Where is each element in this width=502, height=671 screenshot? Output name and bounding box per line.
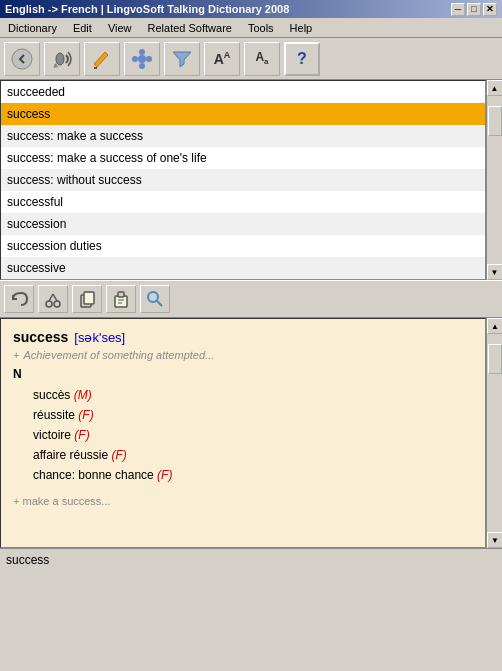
- definition-entry: victoire (F): [33, 425, 473, 445]
- definition-entry: affaire réussie (F): [33, 445, 473, 465]
- maximize-button[interactable]: □: [467, 3, 481, 16]
- definition-entries: succès (M)réussite (F)victoire (F)affair…: [13, 385, 473, 485]
- search-dict-button[interactable]: [140, 285, 170, 313]
- filter-button[interactable]: [164, 42, 200, 76]
- svg-point-1: [56, 53, 64, 65]
- status-text: success: [6, 553, 49, 567]
- close-button[interactable]: ✕: [483, 3, 497, 16]
- definition-pos: N: [13, 367, 473, 381]
- paste-button[interactable]: [106, 285, 136, 313]
- word-list-item[interactable]: succeeded: [1, 81, 485, 103]
- list-scrollbar[interactable]: ▲ ▼: [486, 80, 502, 280]
- word-list-item[interactable]: succession duties: [1, 235, 485, 257]
- definition-word: success: [13, 329, 68, 345]
- definition-entry: réussite (F): [33, 405, 473, 425]
- svg-rect-13: [84, 292, 94, 304]
- window-controls: ─ □ ✕: [451, 3, 497, 16]
- expand-bottom[interactable]: + make a success...: [13, 495, 473, 507]
- svg-point-7: [139, 63, 145, 69]
- expand-bottom-text: make a success...: [23, 495, 111, 507]
- svg-point-0: [12, 49, 32, 69]
- scroll-thumb[interactable]: [488, 106, 502, 136]
- svg-point-8: [46, 301, 52, 307]
- increase-font-icon: AA: [214, 50, 231, 67]
- increase-font-button[interactable]: AA: [204, 42, 240, 76]
- undo-button[interactable]: [4, 285, 34, 313]
- svg-point-6: [139, 49, 145, 55]
- word-list-item[interactable]: successor: [1, 279, 485, 280]
- svg-point-9: [54, 301, 60, 307]
- def-scroll-thumb[interactable]: [488, 344, 502, 374]
- undo-icon: [9, 289, 29, 309]
- word-list[interactable]: succeededsuccesssuccess: make a successs…: [0, 80, 486, 280]
- filter-icon: [170, 47, 194, 71]
- entry-word: victoire: [33, 428, 74, 442]
- word-list-item[interactable]: success: make a success: [1, 125, 485, 147]
- secondary-toolbar: [0, 280, 502, 318]
- nav-button[interactable]: [124, 42, 160, 76]
- nav-icon: [130, 47, 154, 71]
- entry-gender: (F): [112, 448, 127, 462]
- svg-point-18: [148, 292, 158, 302]
- menu-help[interactable]: Help: [286, 21, 317, 35]
- menu-tools[interactable]: Tools: [244, 21, 278, 35]
- entry-word: réussite: [33, 408, 78, 422]
- title-bar: English -> French | LingvoSoft Talking D…: [0, 0, 502, 18]
- definition-scrollbar[interactable]: ▲ ▼: [486, 318, 502, 548]
- word-list-item[interactable]: successive: [1, 257, 485, 279]
- word-list-item[interactable]: success: [1, 103, 485, 125]
- help-button[interactable]: ?: [284, 42, 320, 76]
- paste-icon: [111, 289, 131, 309]
- edit-icon: [90, 47, 114, 71]
- entry-gender: (F): [157, 468, 172, 482]
- minimize-button[interactable]: ─: [451, 3, 465, 16]
- def-scroll-track[interactable]: [487, 334, 502, 532]
- main-toolbar: AA Aa ?: [0, 38, 502, 80]
- speak-button[interactable]: [44, 42, 80, 76]
- entry-gender: (F): [78, 408, 93, 422]
- definition-entry: succès (M): [33, 385, 473, 405]
- edit-button[interactable]: [84, 42, 120, 76]
- entry-gender: (F): [74, 428, 89, 442]
- menu-related-software[interactable]: Related Software: [144, 21, 236, 35]
- expand-hint-button[interactable]: +: [13, 349, 19, 361]
- svg-point-4: [132, 56, 138, 62]
- help-icon: ?: [297, 50, 307, 68]
- svg-line-11: [53, 294, 57, 301]
- copy-icon: [77, 289, 97, 309]
- svg-point-3: [138, 55, 146, 63]
- svg-rect-15: [118, 292, 124, 297]
- definition-wrapper: success [sək'ses] + Achievement of somet…: [0, 318, 502, 548]
- definition-phonetic: [sək'ses]: [74, 330, 125, 345]
- menu-dictionary[interactable]: Dictionary: [4, 21, 61, 35]
- back-icon: [10, 47, 34, 71]
- scissors-icon: [43, 289, 63, 309]
- menu-view[interactable]: View: [104, 21, 136, 35]
- word-list-item[interactable]: success: make a success of one's life: [1, 147, 485, 169]
- word-list-container: succeededsuccesssuccess: make a successs…: [0, 80, 502, 280]
- word-list-item[interactable]: successful: [1, 191, 485, 213]
- scroll-down-button[interactable]: ▼: [487, 264, 503, 280]
- definition-hint: Achievement of something attempted...: [23, 349, 214, 361]
- menu-bar: Dictionary Edit View Related Software To…: [0, 18, 502, 38]
- word-list-item[interactable]: succession: [1, 213, 485, 235]
- cut-button[interactable]: [38, 285, 68, 313]
- decrease-font-icon: Aa: [255, 50, 268, 66]
- svg-point-5: [146, 56, 152, 62]
- def-scroll-up-button[interactable]: ▲: [487, 318, 502, 334]
- title-text: English -> French | LingvoSoft Talking D…: [5, 3, 289, 15]
- copy-button[interactable]: [72, 285, 102, 313]
- word-list-item[interactable]: success: without success: [1, 169, 485, 191]
- decrease-font-button[interactable]: Aa: [244, 42, 280, 76]
- scroll-track[interactable]: [487, 96, 502, 264]
- status-bar: success: [0, 548, 502, 570]
- def-scroll-down-button[interactable]: ▼: [487, 532, 502, 548]
- scroll-up-button[interactable]: ▲: [487, 80, 503, 96]
- menu-edit[interactable]: Edit: [69, 21, 96, 35]
- entry-gender: (M): [74, 388, 92, 402]
- svg-line-19: [157, 301, 162, 306]
- speak-icon: [50, 47, 74, 71]
- entry-word: succès: [33, 388, 74, 402]
- definition-entry: chance: bonne chance (F): [33, 465, 473, 485]
- back-button[interactable]: [4, 42, 40, 76]
